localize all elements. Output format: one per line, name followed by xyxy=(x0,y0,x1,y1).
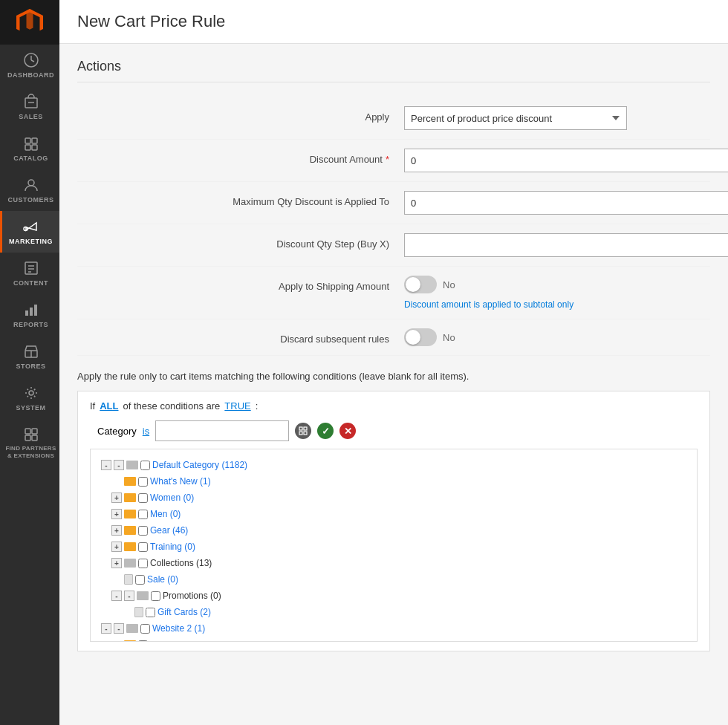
svg-rect-26 xyxy=(304,432,307,435)
checkbox-gear[interactable] xyxy=(138,526,148,536)
tree-item-default-name[interactable]: Default Category (1182) xyxy=(152,458,247,472)
true-conditions-link[interactable]: TRUE xyxy=(224,400,250,412)
max-qty-row: Maximum Qty Discount is Applied To xyxy=(77,182,710,224)
tree-item-men-name[interactable]: Men (0) xyxy=(150,507,181,521)
sidebar-item-customers[interactable]: CUSTOMERS xyxy=(0,169,59,211)
expand-women[interactable]: + xyxy=(111,492,122,503)
discount-qty-step-control xyxy=(404,233,728,257)
expand-training[interactable]: + xyxy=(111,542,122,552)
sidebar-item-system-label: SYSTEM xyxy=(16,404,45,412)
expand-promotions2[interactable]: - xyxy=(124,591,134,601)
checkbox-sale[interactable] xyxy=(135,575,145,585)
sidebar-item-marketing[interactable]: MARKETING xyxy=(0,211,59,253)
apply-shipping-toggle[interactable] xyxy=(404,276,437,293)
category-value-input[interactable] xyxy=(155,420,289,441)
category-remove-button[interactable]: ✕ xyxy=(339,423,356,439)
sidebar-item-content[interactable]: CONTENT xyxy=(0,253,59,294)
conditions-box: If ALL of these conditions are TRUE : Ca… xyxy=(77,391,710,651)
checkbox-cate1[interactable] xyxy=(138,640,148,643)
tree-item-default: - - Default Category (1182) xyxy=(101,457,686,473)
tree-item-cate1-name[interactable]: Cate 1 (1) xyxy=(150,638,189,642)
sidebar-item-dashboard-label: DASHBOARD xyxy=(7,71,54,79)
tree-item-website2-name[interactable]: Website 2 (1) xyxy=(152,622,205,635)
page-header: New Cart Price Rule xyxy=(59,0,728,44)
apply-shipping-hint: Discount amount is applied to subtotal o… xyxy=(404,299,573,310)
category-tree[interactable]: - - Default Category (1182) What's New (… xyxy=(90,449,698,642)
if-text: If xyxy=(90,400,95,412)
checkbox-gift-cards[interactable] xyxy=(146,608,155,617)
max-qty-input[interactable] xyxy=(404,191,728,215)
svg-rect-15 xyxy=(34,305,37,316)
tree-item-website2: - - Website 2 (1) xyxy=(101,620,686,637)
tree-item-training: + Training (0) xyxy=(101,539,686,555)
svg-rect-25 xyxy=(299,432,302,435)
folder-women-icon xyxy=(124,493,136,502)
discard-rules-toggle[interactable] xyxy=(404,328,437,346)
is-label: is xyxy=(143,426,149,437)
checkbox-training[interactable] xyxy=(138,542,148,552)
folder-website2-icon xyxy=(126,624,138,633)
discount-amount-input[interactable] xyxy=(404,149,728,172)
sidebar-item-catalog-label: CATALOG xyxy=(13,155,48,162)
tree-item-giftcards-name[interactable]: Gift Cards (2) xyxy=(157,605,211,619)
expand-default2[interactable]: - xyxy=(114,460,124,470)
apply-shipping-label: Apply to Shipping Amount xyxy=(77,276,404,292)
discard-rules-control: No xyxy=(404,328,710,346)
marketing-icon xyxy=(23,218,39,235)
expand-men[interactable]: + xyxy=(111,509,122,519)
tree-item-gear-name[interactable]: Gear (46) xyxy=(150,524,188,537)
doc-giftcards-icon xyxy=(134,607,143,617)
svg-rect-13 xyxy=(25,311,28,316)
tree-item-whatsnew-name[interactable]: What's New (1) xyxy=(150,475,211,488)
svg-rect-6 xyxy=(32,145,37,150)
sidebar-find-extensions[interactable]: FIND PARTNERS & EXTENSIONS xyxy=(0,419,59,468)
svg-rect-14 xyxy=(30,308,33,316)
all-conditions-link[interactable]: ALL xyxy=(100,400,118,412)
tree-item-cate1: Cate 1 (1) xyxy=(101,637,686,642)
tree-item-training-name[interactable]: Training (0) xyxy=(150,540,195,553)
apply-label: Apply xyxy=(77,106,404,123)
svg-point-18 xyxy=(29,391,33,395)
expand-website2b[interactable]: - xyxy=(114,623,124,634)
folder-cate1-icon xyxy=(124,640,136,642)
discount-amount-control xyxy=(404,149,728,172)
expand-promotions[interactable]: - xyxy=(111,591,122,601)
sidebar-item-marketing-label: MARKETING xyxy=(9,238,53,245)
tree-item-promotions-name: Promotions (0) xyxy=(163,589,221,602)
system-icon xyxy=(23,385,39,401)
category-ok-button[interactable]: ✓ xyxy=(317,423,334,439)
apply-row: Apply Percent of product price discount … xyxy=(77,97,710,140)
checkbox-men[interactable] xyxy=(138,510,148,519)
checkbox-women[interactable] xyxy=(138,493,148,503)
sidebar-item-dashboard[interactable]: DASHBOARD xyxy=(0,45,59,86)
discount-qty-step-label: Discount Qty Step (Buy X) xyxy=(77,233,404,250)
expand-collections[interactable]: + xyxy=(111,558,122,568)
checkbox-whats-new[interactable] xyxy=(138,477,148,487)
checkbox-collections[interactable] xyxy=(138,559,148,568)
checkbox-default[interactable] xyxy=(140,461,150,470)
page-title: New Cart Price Rule xyxy=(77,12,225,31)
tree-item-women-name[interactable]: Women (0) xyxy=(150,491,194,504)
sidebar-item-catalog[interactable]: CATALOG xyxy=(0,128,59,169)
expand-gear[interactable]: + xyxy=(111,525,122,536)
folder-promotions-icon xyxy=(137,591,149,600)
apply-select[interactable]: Percent of product price discount Fixed … xyxy=(404,106,627,130)
discard-rules-toggle-wrap: No xyxy=(404,328,455,346)
discount-amount-label: Discount Amount* xyxy=(77,149,404,165)
tree-item-sale-name[interactable]: Sale (0) xyxy=(147,573,178,586)
discount-qty-step-input[interactable] xyxy=(404,233,728,257)
sidebar-item-sales[interactable]: SALES xyxy=(0,86,59,128)
sidebar-item-system[interactable]: SYSTEM xyxy=(0,377,59,419)
conditions-description: Apply the rule only to cart items matchi… xyxy=(77,371,710,382)
conditions-of-text: of these conditions are xyxy=(123,400,221,412)
expand-website2[interactable]: - xyxy=(101,623,111,634)
checkbox-website2[interactable] xyxy=(140,624,150,634)
sidebar-item-reports[interactable]: REPORTS xyxy=(0,294,59,336)
svg-point-7 xyxy=(28,180,34,186)
expand-default[interactable]: - xyxy=(101,460,111,470)
checkbox-promotions[interactable] xyxy=(151,591,160,601)
category-browse-button[interactable] xyxy=(295,423,311,439)
folder-default-icon xyxy=(126,461,138,469)
sidebar-item-content-label: CONTENT xyxy=(13,279,48,287)
sidebar-item-stores[interactable]: STORES xyxy=(0,336,59,377)
